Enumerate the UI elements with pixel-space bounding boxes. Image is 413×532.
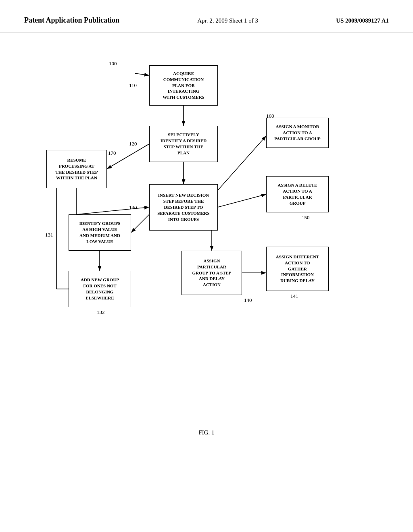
box-132: ADD NEW GROUP FOR ONES NOT BELONGING ELS… <box>69 271 131 307</box>
box-131: IDENTIFY GROUPS AS HIGH VALUE AND MEDIUM… <box>69 214 131 251</box>
box-141: ASSIGN DIFFERENT ACTION TO GATHER INFORM… <box>266 247 329 291</box>
label-110: 110 <box>129 82 137 89</box>
label-160: 160 <box>266 113 274 119</box>
label-131: 131 <box>45 232 53 238</box>
label-150: 150 <box>302 214 310 221</box>
label-140: 140 <box>244 297 252 303</box>
label-170: 170 <box>108 150 116 156</box>
svg-line-15 <box>135 73 149 75</box>
label-130: 130 <box>129 204 137 211</box>
page-header: Patent Application Publication Apr. 2, 2… <box>0 0 413 33</box>
svg-line-9 <box>77 207 149 214</box>
diagram-ref-label: 100 <box>109 60 117 67</box>
header-right: US 2009/0089127 A1 <box>336 17 389 24</box>
label-132: 132 <box>97 309 105 316</box>
figure-label: FIG. 1 <box>0 429 413 436</box>
box-160: ASSIGN A MONITOR ACTION TO A PARTICULAR … <box>266 118 329 148</box>
svg-line-5 <box>218 194 266 207</box>
label-120: 120 <box>129 141 137 147</box>
box-120: SELECTIVELY IDENTIFY A DESIRED STEP WITH… <box>149 126 218 162</box>
header-left: Patent Application Publication <box>24 16 119 25</box>
label-141: 141 <box>290 293 298 299</box>
box-170: RESUME PROCESSING AT THE DESIRED STEP WI… <box>46 150 107 188</box>
box-150: ASSIGN A DELETE ACTION TO A PARTICULAR G… <box>266 176 329 212</box>
box-140: ASSIGN PARTICULAR GROUP TO A STEP AND DE… <box>181 251 242 295</box>
header-center: Apr. 2, 2009 Sheet 1 of 3 <box>197 17 258 24</box>
svg-line-6 <box>218 136 266 190</box>
diagram-area: 100 ACQUIRE COMMUNICATION PLAN FOR INTER… <box>0 33 413 509</box>
svg-line-10 <box>131 214 149 233</box>
svg-line-7 <box>107 144 149 169</box>
box-110: ACQUIRE COMMUNICATION PLAN FOR INTERACTI… <box>149 65 218 106</box>
box-130: INSERT NEW DECISION STEP BEFORE THE DESI… <box>149 184 218 231</box>
